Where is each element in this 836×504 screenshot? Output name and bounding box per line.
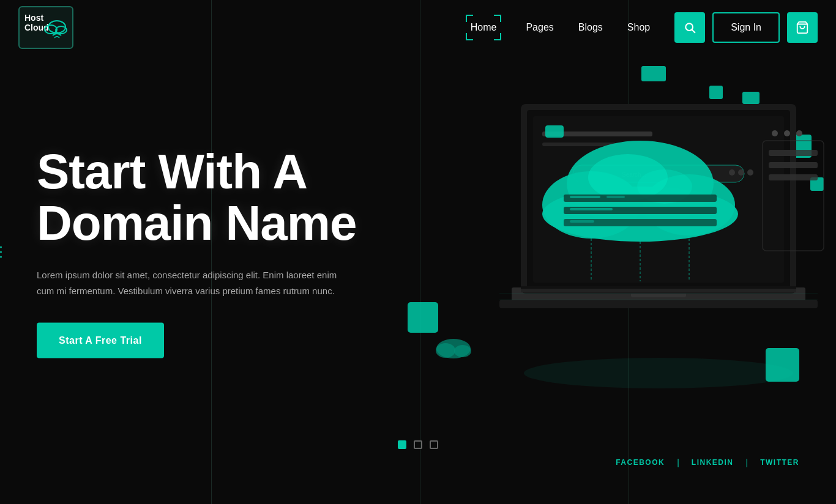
- svg-point-24: [738, 169, 744, 176]
- svg-rect-38: [570, 208, 613, 210]
- svg-line-6: [692, 30, 695, 33]
- svg-rect-36: [570, 196, 600, 198]
- svg-text:Host: Host: [24, 13, 43, 23]
- logo-icon: Host Cloud: [23, 10, 69, 46]
- slider-dot-2[interactable]: [414, 440, 422, 449]
- cart-icon: [796, 21, 809, 34]
- hero-section: Start With A Domain Name Lorem ipsum dol…: [0, 0, 836, 504]
- hero-content: Start With A Domain Name Lorem ipsum dol…: [37, 146, 356, 358]
- side-indicator: [0, 246, 2, 258]
- svg-point-25: [747, 169, 753, 176]
- slider-dots: [398, 440, 438, 449]
- logo-box: Host Cloud: [18, 6, 73, 49]
- hero-description: Lorem ipsum dolor sit amet, consectetur …: [37, 267, 343, 298]
- nav-link-shop[interactable]: Shop: [627, 22, 650, 33]
- signin-button[interactable]: Sign In: [712, 12, 780, 43]
- hero-illustration: Search...: [377, 0, 836, 504]
- social-link-linkedin[interactable]: LINKEDIN: [692, 458, 734, 467]
- nav-link-pages[interactable]: Pages: [526, 22, 553, 33]
- svg-rect-37: [606, 196, 625, 198]
- search-icon: [684, 21, 696, 34]
- slider-dot-1[interactable]: [398, 440, 406, 449]
- header-actions: Sign In: [674, 12, 818, 43]
- svg-point-51: [784, 130, 790, 136]
- svg-rect-47: [769, 150, 818, 156]
- svg-point-50: [772, 130, 778, 136]
- social-separator-1: |: [677, 458, 679, 467]
- social-separator-2: |: [746, 458, 748, 467]
- social-link-facebook[interactable]: FACEBOOK: [616, 458, 665, 467]
- nav-link-blogs[interactable]: Blogs: [578, 22, 603, 33]
- svg-rect-39: [570, 220, 594, 223]
- cart-button[interactable]: [787, 12, 818, 43]
- slider-dot-3[interactable]: [430, 440, 438, 449]
- svg-rect-49: [769, 174, 818, 180]
- search-button[interactable]: [674, 12, 705, 43]
- header: Host Cloud Home Pages Blogs S: [0, 0, 836, 55]
- cta-button[interactable]: Start A Free Trial: [37, 323, 164, 358]
- svg-rect-26: [521, 286, 796, 289]
- hero-title: Start With A Domain Name: [37, 146, 356, 249]
- social-links: FACEBOOK | LINKEDIN | TWITTER: [616, 458, 799, 467]
- svg-rect-13: [499, 300, 818, 308]
- svg-rect-20: [542, 143, 616, 146]
- svg-point-11: [524, 358, 793, 388]
- deco-cube-bottom-left: [408, 302, 438, 333]
- svg-rect-43: [545, 125, 564, 138]
- main-illustration-svg: Search...: [450, 31, 836, 410]
- logo-area: Host Cloud: [18, 6, 73, 49]
- nav-home-bracket: Home: [466, 15, 502, 40]
- svg-rect-48: [769, 162, 818, 168]
- svg-point-52: [796, 130, 802, 136]
- svg-point-23: [729, 169, 735, 176]
- nav-link-home[interactable]: Home: [471, 22, 497, 33]
- social-link-twitter[interactable]: TWITTER: [760, 458, 799, 467]
- main-nav: Home Pages Blogs Shop: [466, 15, 650, 40]
